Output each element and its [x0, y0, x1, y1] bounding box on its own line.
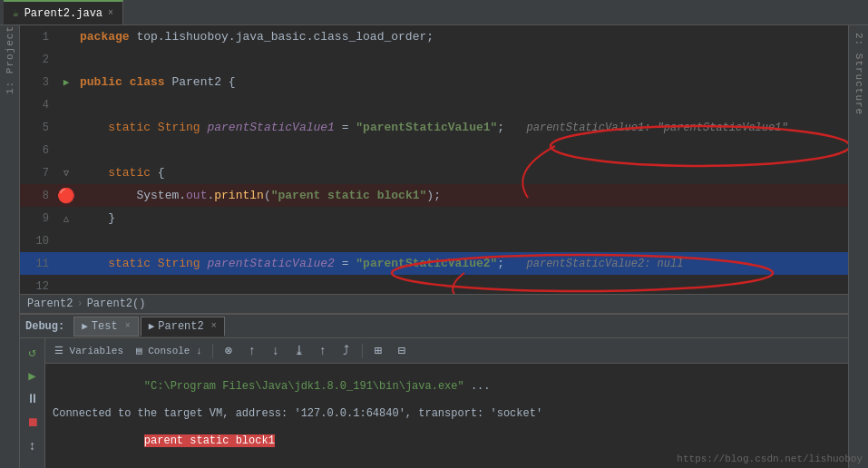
code-editor: 1 package top.lishuoboy.java_basic.class… [20, 25, 848, 314]
code-line-7: 7 ▽ static { [20, 161, 848, 184]
debug-label: Debug: [25, 320, 72, 333]
tab-label: Parent2.java [24, 7, 102, 20]
toolbar-scroll-end-btn[interactable]: ⤓ [288, 341, 310, 361]
console-highlight-text: parent static block1 [144, 434, 275, 447]
line-num-9: 9 [20, 212, 56, 225]
main-area: 1: Project 1 package top.lishuoboy.java_… [0, 25, 868, 468]
line-num-6: 6 [20, 144, 56, 157]
debug-tab-parent2[interactable]: ▶ Parent2 × [141, 317, 225, 336]
line-content-5: static String parentStaticValue1 = "pare… [76, 121, 848, 134]
toolbar-grid-btn[interactable]: ⊞ [367, 341, 389, 361]
gutter-8: 🔴 [56, 187, 76, 205]
debug-tab-test[interactable]: ▶ Test × [73, 317, 138, 336]
code-line-10: 10 [20, 229, 848, 252]
breakpoint-icon-8[interactable]: 🔴 [57, 187, 75, 205]
line-content-2 [76, 53, 848, 66]
line-content-8: System.out.println("parent static block1… [76, 189, 848, 202]
debug-play-btn[interactable]: ▶ [23, 366, 43, 385]
code-line-4: 4 [20, 93, 848, 116]
line-num-10: 10 [20, 235, 56, 248]
code-line-12: 12 [20, 275, 848, 294]
toolbar-variables-btn[interactable]: ☰ Variables [49, 341, 129, 361]
watermark: https://blog.csdn.net/lishuoboy [677, 453, 848, 464]
parent2-tab-label: Parent2 [158, 320, 203, 333]
java-path: "C:\Program Files\Java\jdk1.8.0_191\bin\… [144, 380, 464, 393]
line-num-8: 8 [20, 190, 56, 202]
code-line-11: 11 static String parentStaticValue2 = "p… [20, 252, 848, 275]
right-panel-gutter: 2: Structure [848, 25, 868, 468]
java-args: ... [464, 380, 491, 393]
code-line-3: 3 ▶ public class Parent2 { [20, 71, 848, 93]
line-num-3: 3 [20, 76, 56, 89]
line-content-12 [76, 279, 848, 293]
code-line-5: 5 static String parentStaticValue1 = "pa… [20, 116, 848, 139]
line-content-3: public class Parent2 { [76, 75, 848, 89]
console-line-1: "C:\Program Files\Java\jdk1.8.0_191\bin\… [53, 367, 841, 405]
tab-bar: ☕ Parent2.java × [0, 0, 868, 25]
toolbar-sep-2 [362, 344, 363, 358]
toolbar-settings-btn[interactable]: ⊟ [391, 341, 413, 361]
toolbar-up-btn[interactable]: ↑ [312, 341, 334, 361]
code-container[interactable]: 1 package top.lishuoboy.java_basic.class… [20, 25, 848, 294]
code-line-2: 2 [20, 48, 848, 71]
debug-tab-bar: Debug: ▶ Test × ▶ Parent2 × [20, 315, 848, 338]
line-num-1: 1 [20, 31, 56, 44]
code-lines: 1 package top.lishuoboy.java_basic.class… [20, 25, 848, 294]
line-content-1: package top.lishuoboy.java_basic.class_l… [76, 30, 848, 44]
toolbar-filter-btn[interactable]: ⤴ [336, 341, 357, 361]
debug-step-over-btn[interactable]: ↕ [23, 436, 43, 456]
line-num-12: 12 [20, 280, 56, 293]
console-line-2: Connected to the target VM, address: '12… [53, 407, 841, 420]
code-line-1: 1 package top.lishuoboy.java_basic.class… [20, 25, 848, 48]
toolbar-scroll-down-btn[interactable]: ↓ [265, 341, 287, 361]
run-icon-3[interactable]: ▶ [63, 76, 70, 88]
debug-bottom-row: ↺ ▶ ⏸ ⏹ ↕ ☰ Variables ▤ Console ↓ ⊗ ↑ [20, 338, 848, 468]
line-content-10 [76, 234, 848, 248]
left-panel-gutter: 1: Project [0, 25, 20, 468]
fold-icon-9[interactable]: △ [63, 213, 69, 224]
test-tab-close[interactable]: × [125, 321, 131, 331]
parent2-tab-icon: ▶ [149, 320, 155, 332]
line-content-6 [76, 143, 848, 157]
breadcrumb-part-1[interactable]: Parent2 [27, 297, 73, 310]
code-line-8: 8 🔴 System.out.println("parent static bl… [20, 184, 848, 207]
toolbar-console-btn[interactable]: ▤ Console ↓ [131, 341, 208, 361]
breadcrumb-part-2[interactable]: Parent2() [87, 297, 146, 310]
test-tab-label: Test [92, 320, 118, 333]
toolbar-clear-btn[interactable]: ⊗ [218, 341, 239, 361]
code-line-6: 6 [20, 139, 848, 161]
debug-resume-btn[interactable]: ↺ [23, 342, 43, 362]
toolbar-sep-1 [212, 344, 213, 358]
java-file-icon: ☕ [13, 7, 19, 19]
line-content-11: static String parentStaticValue2 = "pare… [76, 257, 848, 270]
debug-panel: Debug: ▶ Test × ▶ Parent2 × ↺ ▶ ⏸ [20, 314, 848, 468]
debug-toolbar: ☰ Variables ▤ Console ↓ ⊗ ↑ ↓ ⤓ ↑ ⤴ ⊞ ⊟ [45, 338, 848, 364]
breadcrumb: Parent2 › Parent2() [20, 294, 848, 314]
debug-stop-btn[interactable]: ⏹ [23, 413, 43, 433]
line-num-5: 5 [20, 122, 56, 134]
toolbar-scroll-up-btn[interactable]: ↑ [241, 341, 263, 361]
breadcrumb-sep-1: › [76, 297, 83, 310]
tab-close-button[interactable]: × [108, 8, 113, 18]
line-num-4: 4 [20, 99, 56, 112]
fold-icon-7[interactable]: ▽ [63, 168, 69, 179]
line-num-2: 2 [20, 54, 56, 66]
tab-parent2java[interactable]: ☕ Parent2.java × [4, 0, 123, 24]
debug-pause-btn[interactable]: ⏸ [23, 389, 43, 409]
parent2-tab-close[interactable]: × [211, 321, 217, 331]
project-panel-label: 1: Project [5, 25, 15, 102]
gutter-3: ▶ [56, 76, 76, 88]
gutter-9: △ [56, 213, 76, 224]
line-content-9: } [76, 211, 848, 225]
line-num-7: 7 [20, 167, 56, 180]
line-num-11: 11 [20, 258, 56, 270]
test-tab-icon: ▶ [82, 320, 88, 332]
gutter-7: ▽ [56, 168, 76, 179]
debug-left-buttons: ↺ ▶ ⏸ ⏹ ↕ [20, 338, 45, 468]
structure-panel-label: 2: Structure [853, 25, 864, 115]
line-content-7: static { [76, 166, 848, 180]
debug-console-output: "C:\Program Files\Java\jdk1.8.0_191\bin\… [45, 364, 848, 468]
code-line-9: 9 △ } [20, 207, 848, 229]
line-content-4 [76, 98, 848, 112]
